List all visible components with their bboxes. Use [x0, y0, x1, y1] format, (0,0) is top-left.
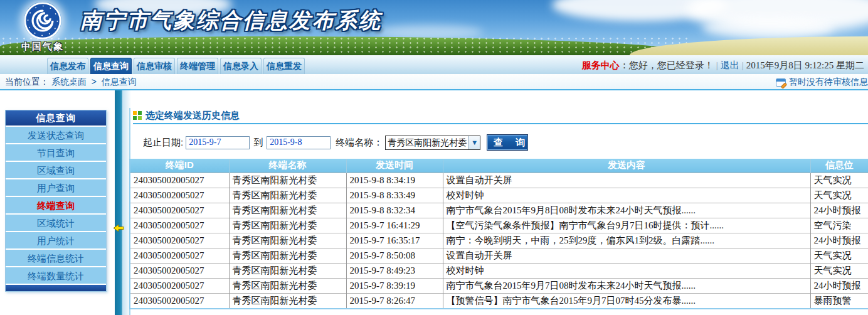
- cell-terminal-id: 240305002005027: [130, 278, 229, 293]
- top-navbar: 信息发布信息查询信息审核终端管理信息录入信息重发 服务中心：您好，您已经登录！|…: [0, 55, 868, 74]
- chevron-down-icon[interactable]: ▼: [468, 136, 480, 149]
- logo-caption: 中国气象: [10, 41, 75, 53]
- cell-terminal-name: 青秀区南阳新光村委: [229, 218, 346, 233]
- cell-send-time: 2015-9-8 8:32:34: [346, 203, 443, 218]
- table-row[interactable]: 240305002005027 青秀区南阳新光村委 2015-9-7 8:49:…: [130, 263, 868, 278]
- cell-info-slot: 天气实况: [810, 173, 868, 188]
- terminal-select[interactable]: 青秀区南阳新光村委 ▼: [385, 136, 480, 150]
- cell-terminal-name: 青秀区南阳新光村委: [229, 248, 346, 263]
- sidebar-item[interactable]: 用户查询: [6, 178, 106, 196]
- sidebar-items: 发送状态查询节目查询区域查询用户查询终端查询区域统计用户统计终端信息统计终端数量…: [6, 125, 106, 284]
- table-row[interactable]: 240305002005027 青秀区南阳新光村委 2015-9-7 8:50:…: [130, 248, 868, 263]
- cell-terminal-name: 青秀区南阳新光村委: [229, 188, 346, 203]
- history-table-wrap: 终端ID终端名称发送时间发送内容信息位 240305002005027 青秀区南…: [129, 159, 868, 309]
- cell-terminal-id: 240305002005027: [130, 203, 229, 218]
- cell-info-slot: 暴雨预警: [810, 293, 868, 308]
- table-header-row: 终端ID终端名称发送时间发送内容信息位: [130, 159, 868, 173]
- cell-info-slot: 24小时预报: [810, 203, 868, 218]
- nav-tab[interactable]: 信息查询: [90, 58, 132, 74]
- cell-send-content: 设置自动开关屏: [443, 248, 810, 263]
- nav-tab[interactable]: 信息重发: [263, 58, 305, 74]
- cell-send-content: 南宁市气象台2015年9月8日08时发布未来24小时天气预报......: [443, 203, 810, 218]
- cell-send-time: 2015-9-7 8:26:47: [346, 293, 443, 308]
- cell-send-content: 南宁市气象台2015年9月7日08时发布未来24小时天气预报......: [443, 278, 810, 293]
- nav-tab[interactable]: 信息录入: [220, 58, 262, 74]
- cell-terminal-name: 青秀区南阳新光村委: [229, 278, 346, 293]
- terminal-name-label: 终端名称：: [336, 137, 383, 149]
- breadcrumb-separator: >: [92, 77, 97, 87]
- cell-send-time: 2015-9-7 8:50:08: [346, 248, 443, 263]
- app-window: 中国气象 南宁市气象综合信息发布系统 信息发布信息查询信息审核终端管理信息录入信…: [0, 0, 868, 315]
- cell-send-time: 2015-9-7 8:39:19: [346, 278, 443, 293]
- cell-terminal-id: 240305002005027: [130, 248, 229, 263]
- date-range-label: 起止日期:: [143, 137, 183, 149]
- collapse-arrow-icon[interactable]: [113, 223, 124, 232]
- column-header: 终端ID: [130, 159, 229, 173]
- table-row[interactable]: 240305002005027 青秀区南阳新光村委 2015-9-8 8:33:…: [130, 188, 868, 203]
- audit-notice: 暂时没有待审核信息: [776, 77, 868, 88]
- query-button[interactable]: 查 询: [487, 134, 528, 151]
- table-row[interactable]: 240305002005027 青秀区南阳新光村委 2015-9-7 16:41…: [130, 218, 868, 233]
- cell-send-content: 【预警信号】南宁市气象台2015年9月7日07时45分发布暴......: [443, 293, 810, 308]
- panel-title-bar: 选定终端发送历史信息: [133, 108, 868, 124]
- sidebar-item[interactable]: 用户统计: [6, 231, 106, 248]
- page-title: 南宁市气象综合信息发布系统: [80, 6, 382, 35]
- cell-terminal-id: 240305002005027: [130, 293, 229, 308]
- cell-info-slot: 天气实况: [810, 188, 868, 203]
- cell-terminal-name: 青秀区南阳新光村委: [229, 173, 346, 188]
- column-header: 终端名称: [229, 159, 346, 173]
- nav-tab[interactable]: 信息发布: [47, 58, 88, 74]
- sidebar-title: 信息查询: [6, 110, 106, 125]
- sidebar-item[interactable]: 发送状态查询: [6, 125, 106, 143]
- nav-tabs: 信息发布信息查询信息审核终端管理信息录入信息重发: [47, 58, 305, 74]
- sidebar-item[interactable]: 终端查询: [6, 196, 106, 213]
- terminal-select-value: 青秀区南阳新光村委: [386, 136, 468, 149]
- sidebar-splitter[interactable]: [115, 90, 122, 315]
- cell-info-slot: 天气实况: [810, 248, 868, 263]
- login-greeting: ：您好，您已经登录！: [620, 60, 714, 70]
- date-to-input[interactable]: [267, 136, 331, 149]
- breadcrumb-bar: 当前位置： 系统桌面 > 信息查询 暂时没有待审核信息: [0, 74, 868, 90]
- sidebar-item[interactable]: 终端信息统计: [6, 248, 106, 266]
- cell-send-time: 2015-9-7 16:35:17: [346, 233, 443, 248]
- table-row[interactable]: 240305002005027 青秀区南阳新光村委 2015-9-7 8:39:…: [130, 278, 868, 293]
- cell-terminal-name: 青秀区南阳新光村委: [229, 293, 346, 308]
- audit-notice-text: 暂时没有待审核信息: [789, 77, 868, 88]
- grass-decoration: [0, 36, 690, 55]
- sidebar-item[interactable]: 节目查询: [6, 143, 106, 161]
- cell-info-slot: 24小时预报: [810, 278, 868, 293]
- grid-icon: [133, 111, 142, 120]
- cell-terminal-id: 240305002005027: [130, 188, 229, 203]
- cell-send-content: 校对时钟: [443, 263, 810, 278]
- sidebar-item[interactable]: 区域查询: [6, 161, 106, 178]
- table-row[interactable]: 240305002005027 青秀区南阳新光村委 2015-9-8 8:32:…: [130, 203, 868, 218]
- cell-send-content: 南宁：今晚到明天，中雨，25到29度，偏东风1到2级。白露踏......: [443, 233, 810, 248]
- cell-terminal-name: 青秀区南阳新光村委: [229, 203, 346, 218]
- table-row[interactable]: 240305002005027 青秀区南阳新光村委 2015-9-7 16:35…: [130, 233, 868, 248]
- table-row[interactable]: 240305002005027 青秀区南阳新光村委 2015-9-8 8:34:…: [130, 173, 868, 188]
- nav-tab[interactable]: 终端管理: [177, 58, 218, 74]
- date-from-input[interactable]: [186, 136, 250, 149]
- cell-send-content: 【空气污染气象条件预报】南宁市气象台9月7日16时提供：预计......: [443, 218, 810, 233]
- column-header: 发送时间: [346, 159, 443, 173]
- cell-send-time: 2015-9-7 8:49:23: [346, 263, 443, 278]
- panel-title: 选定终端发送历史信息: [146, 110, 240, 122]
- edit-document-icon: [776, 78, 786, 87]
- sidebar-menu: 信息查询 发送状态查询节目查询区域查询用户查询终端查询区域统计用户统计终端信息统…: [5, 110, 107, 292]
- breadcrumb-item-current[interactable]: 信息查询: [102, 77, 137, 87]
- cell-send-content: 设置自动开关屏: [443, 173, 810, 188]
- cell-terminal-id: 240305002005027: [130, 173, 229, 188]
- cell-terminal-name: 青秀区南阳新光村委: [229, 263, 346, 278]
- cell-info-slot: 空气污染: [810, 218, 868, 233]
- sidebar-item[interactable]: 区域统计: [6, 213, 106, 231]
- sidebar-item[interactable]: 终端数量统计: [6, 266, 106, 284]
- nav-tab[interactable]: 信息审核: [134, 58, 175, 74]
- logout-link[interactable]: 退出: [721, 60, 739, 70]
- cell-info-slot: 天气实况: [810, 263, 868, 278]
- column-header: 发送内容: [443, 159, 810, 173]
- cell-send-content: 校对时钟: [443, 188, 810, 203]
- cma-logo-icon: [24, 2, 61, 40]
- table-row[interactable]: 240305002005027 青秀区南阳新光村委 2015-9-7 8:26:…: [130, 293, 868, 308]
- breadcrumb-item-desktop[interactable]: 系统桌面: [51, 77, 87, 87]
- cell-terminal-id: 240305002005027: [130, 218, 229, 233]
